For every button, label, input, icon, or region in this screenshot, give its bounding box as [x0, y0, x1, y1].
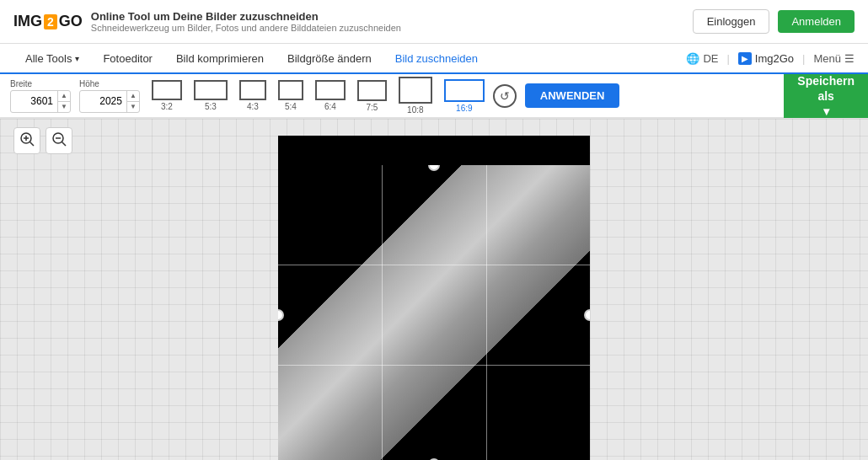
ratio-4-3-label: 4:3 [247, 102, 259, 111]
ratio-5-4-icon [278, 80, 303, 100]
nav-fotoeditor[interactable]: Fotoeditor [91, 44, 164, 74]
save-sub-label: als [817, 89, 833, 103]
width-input-group: Breite ▲ ▼ [10, 79, 71, 113]
height-up-icon[interactable]: ▲ [127, 91, 139, 102]
nav-fotoeditor-label: Fotoeditor [103, 52, 153, 65]
chevron-down-icon: ▾ [75, 54, 79, 63]
ratio-buttons: 3:2 5:3 4:3 5:4 6:4 [148, 75, 517, 116]
logo-area: IMG 2 GO Online Tool um Deine Bilder zuz… [13, 10, 401, 33]
ratio-3-2[interactable]: 3:2 [148, 78, 185, 113]
width-up-icon[interactable]: ▲ [58, 91, 70, 102]
nav-compress[interactable]: Bild komprimieren [164, 44, 276, 74]
zoom-in-button[interactable] [13, 127, 40, 154]
header-subtitle: Schneidewerkzeug um Bilder, Fotos und an… [91, 23, 401, 33]
save-button[interactable]: Speichern als ▾ [784, 74, 868, 118]
nav-compress-label: Bild komprimieren [176, 52, 264, 65]
img2go-icon: ▶ [738, 52, 752, 65]
handle-mid-right[interactable] [584, 309, 590, 321]
ratio-7-5[interactable]: 7:5 [354, 78, 390, 114]
ratio-10-8-icon [399, 77, 432, 104]
header-tagline: Online Tool um Deine Bilder zuzuschneide… [91, 10, 401, 33]
zoom-out-icon [51, 131, 67, 150]
ratio-5-3[interactable]: 5:3 [190, 78, 231, 113]
height-input-group: Höhe ▲ ▼ [79, 79, 140, 113]
blackbar-top [278, 136, 590, 165]
menu-label: Menü [813, 52, 841, 65]
apply-button[interactable]: ANWENDEN [525, 83, 620, 108]
toolbar: Breite ▲ ▼ Höhe ▲ ▼ [0, 74, 784, 118]
nav-crop[interactable]: Bild zuschneiden [383, 44, 490, 74]
save-label: Speichern [797, 74, 855, 88]
logo-go-text: GO [59, 13, 83, 30]
nav-resize-label: Bildgröße ändern [287, 52, 372, 65]
height-input-wrap: ▲ ▼ [79, 90, 140, 113]
navbar: Alle Tools ▾ Fotoeditor Bild komprimiere… [0, 44, 868, 74]
nav-resize[interactable]: Bildgröße ändern [276, 44, 383, 74]
ratio-10-8[interactable]: 10:8 [395, 75, 436, 116]
logo[interactable]: IMG 2 GO [13, 13, 83, 30]
separator-2: | [802, 52, 805, 65]
zoom-in-icon [19, 131, 35, 150]
ratio-16-9-icon [444, 79, 485, 102]
image-crop-area [278, 136, 590, 460]
separator-1: | [726, 52, 729, 65]
ratio-5-3-icon [194, 80, 228, 100]
hamburger-icon: ☰ [844, 52, 855, 65]
crop-image[interactable] [278, 165, 590, 460]
img2go-label: Img2Go [755, 52, 794, 65]
width-input[interactable] [11, 93, 57, 110]
save-chevron-icon: ▾ [823, 104, 829, 118]
width-label: Breite [10, 79, 32, 88]
ratio-3-2-icon [152, 80, 182, 100]
nav-all-tools[interactable]: Alle Tools ▾ [13, 44, 91, 74]
ratio-custom-icon: ↺ [500, 89, 510, 103]
ratio-7-5-label: 7:5 [366, 103, 378, 112]
height-input[interactable] [80, 93, 126, 110]
header-title: Online Tool um Deine Bilder zuzuschneide… [91, 10, 401, 23]
header: IMG 2 GO Online Tool um Deine Bilder zuz… [0, 0, 868, 44]
ratio-6-4-label: 6:4 [324, 102, 336, 111]
zoom-out-button[interactable] [46, 127, 72, 154]
ratio-16-9-label: 16:9 [456, 104, 472, 113]
navbar-left: Alle Tools ▾ Fotoeditor Bild komprimiere… [13, 44, 490, 72]
register-button[interactable]: Anmelden [778, 10, 855, 33]
toolbar-row: Breite ▲ ▼ Höhe ▲ ▼ [0, 74, 868, 119]
svg-line-5 [62, 142, 67, 147]
header-right: Einloggen Anmelden [693, 9, 855, 34]
language-selector[interactable]: 🌐 DE [686, 52, 718, 65]
nav-all-tools-label: Alle Tools [25, 52, 72, 65]
ratio-7-5-icon [357, 80, 387, 101]
ratio-4-3-icon [239, 80, 266, 100]
navbar-right: 🌐 DE | ▶ Img2Go | Menü ☰ [686, 52, 855, 65]
ratio-16-9[interactable]: 16:9 [441, 78, 488, 115]
terrain-bg [278, 165, 590, 460]
height-spinner: ▲ ▼ [126, 91, 139, 112]
width-spinner: ▲ ▼ [57, 91, 70, 112]
ratio-3-2-label: 3:2 [161, 102, 173, 111]
ratio-5-3-label: 5:3 [205, 102, 217, 111]
img2go-link[interactable]: ▶ Img2Go [738, 52, 794, 65]
login-button[interactable]: Einloggen [693, 9, 770, 34]
width-input-wrap: ▲ ▼ [10, 90, 71, 113]
ratio-4-3[interactable]: 4:3 [236, 78, 270, 113]
ratio-6-4[interactable]: 6:4 [312, 78, 349, 113]
height-down-icon[interactable]: ▼ [127, 102, 139, 112]
ratio-5-4-label: 5:4 [285, 102, 297, 111]
zoom-controls [13, 127, 72, 154]
nav-crop-label: Bild zuschneiden [395, 52, 478, 65]
svg-line-1 [30, 142, 35, 147]
ratio-6-4-icon [315, 80, 346, 100]
canvas-area [0, 119, 868, 460]
ratio-10-8-label: 10:8 [407, 105, 423, 115]
ratio-custom-btn[interactable]: ↺ [493, 84, 517, 108]
width-down-icon[interactable]: ▼ [58, 102, 70, 112]
globe-icon: 🌐 [686, 52, 699, 65]
logo-img-text: IMG [13, 13, 42, 30]
height-label: Höhe [79, 79, 99, 88]
logo-2go: 2 [44, 14, 57, 29]
ratio-5-4[interactable]: 5:4 [275, 78, 307, 113]
menu-button[interactable]: Menü ☰ [813, 52, 855, 65]
language-label: DE [703, 52, 718, 65]
